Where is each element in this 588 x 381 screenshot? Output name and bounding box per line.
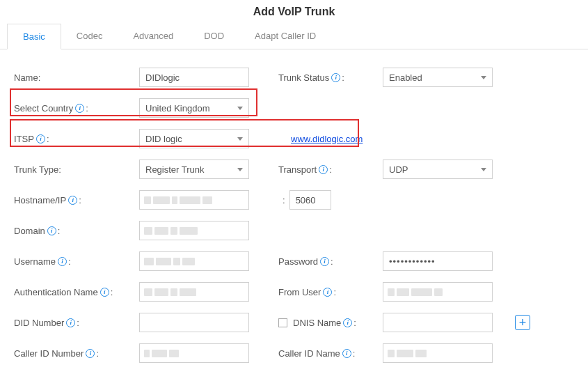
info-icon[interactable]: i — [68, 196, 77, 205]
info-icon[interactable]: i — [342, 349, 351, 358]
from-user-input[interactable] — [383, 282, 493, 302]
info-icon[interactable]: i — [58, 257, 67, 266]
select-country-label: Select Country i : — [14, 103, 139, 114]
domain-input[interactable] — [139, 221, 249, 240]
info-icon[interactable]: i — [100, 288, 109, 297]
chevron-down-icon — [481, 76, 486, 79]
caller-id-number-input[interactable] — [139, 343, 249, 363]
dnis-name-input[interactable] — [383, 313, 493, 332]
port-separator: : — [283, 195, 285, 205]
username-input[interactable] — [139, 251, 249, 271]
info-icon[interactable]: i — [75, 104, 84, 113]
did-number-label: DID Number i : — [14, 318, 139, 328]
itsp-link[interactable]: www.didlogic.com — [291, 134, 363, 144]
select-country-select[interactable]: United Kingdom — [139, 98, 249, 118]
transport-select[interactable]: UDP — [383, 160, 493, 179]
info-icon[interactable]: i — [323, 288, 332, 297]
page-title: Add VoIP Trunk — [0, 0, 588, 24]
name-input[interactable] — [139, 68, 249, 87]
trunk-type-select[interactable]: Register Trunk — [139, 160, 249, 179]
password-input[interactable] — [383, 251, 493, 271]
tab-codec[interactable]: Codec — [61, 24, 118, 49]
trunk-type-label: Trunk Type: — [14, 164, 139, 175]
chevron-down-icon — [237, 168, 243, 171]
transport-label: Transport i : — [278, 164, 383, 175]
password-label: Password i : — [278, 256, 383, 267]
info-icon[interactable]: i — [331, 73, 340, 82]
did-number-input[interactable] — [139, 313, 249, 332]
itsp-select[interactable]: DID logic — [139, 129, 249, 148]
caller-id-name-input[interactable] — [383, 343, 493, 363]
domain-label: Domain i : — [14, 226, 139, 236]
trunk-status-label: Trunk Status i : — [278, 72, 383, 83]
caller-id-name-label: Caller ID Name i : — [278, 348, 383, 359]
hostname-label: Hostname/IP i : — [14, 195, 139, 205]
trunk-status-select[interactable]: Enabled — [383, 68, 493, 87]
chevron-down-icon — [481, 168, 486, 171]
auth-name-input[interactable] — [139, 282, 249, 302]
info-icon[interactable]: i — [319, 165, 328, 174]
name-label: Name: — [14, 72, 139, 83]
tab-dod[interactable]: DOD — [189, 24, 239, 49]
hostname-input[interactable] — [139, 190, 249, 210]
tab-advanced[interactable]: Advanced — [118, 24, 189, 49]
dnis-name-label: DNIS Name i : — [278, 318, 383, 328]
tab-adapt-caller-id[interactable]: Adapt Caller ID — [239, 24, 331, 49]
info-icon[interactable]: i — [66, 318, 75, 327]
chevron-down-icon — [237, 107, 243, 110]
chevron-down-icon — [237, 137, 243, 141]
info-icon[interactable]: i — [343, 318, 352, 327]
info-icon[interactable]: i — [86, 349, 95, 358]
info-icon[interactable]: i — [320, 257, 329, 266]
plus-icon: + — [519, 316, 527, 329]
add-button[interactable]: + — [515, 315, 530, 330]
dnis-checkbox[interactable] — [278, 318, 287, 327]
caller-id-number-label: Caller ID Number i : — [14, 348, 139, 359]
tab-basic[interactable]: Basic — [7, 24, 61, 49]
from-user-label: From User i : — [278, 287, 383, 297]
info-icon[interactable]: i — [36, 134, 45, 143]
tabs: Basic Codec Advanced DOD Adapt Caller ID — [0, 24, 588, 49]
port-input[interactable] — [289, 190, 331, 210]
username-label: Username i : — [14, 256, 139, 267]
info-icon[interactable]: i — [47, 226, 56, 235]
itsp-label: ITSP i : — [14, 134, 139, 144]
auth-name-label: Authentication Name i : — [14, 287, 139, 297]
